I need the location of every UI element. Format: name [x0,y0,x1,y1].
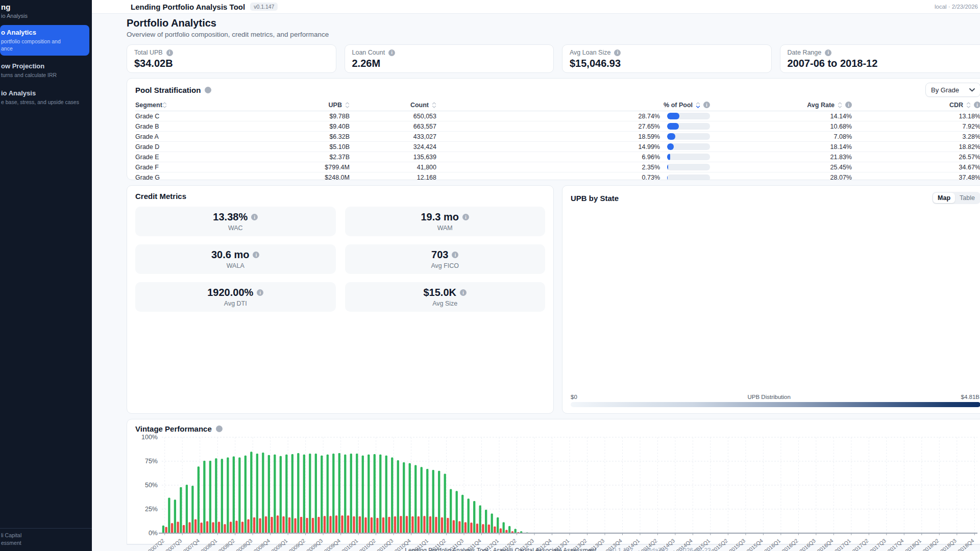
bar-green [262,453,264,533]
info-icon[interactable]: i [166,49,173,56]
count-cell: 433,027 [350,133,436,140]
column-header[interactable]: Avg Ratei [710,102,852,109]
topbar: Lending Portfolio Analysis Tool v0.1.147… [92,0,980,14]
bar-green [168,497,170,533]
bar-red [329,516,331,533]
metric-tile: 13.38%iWAC [135,207,336,236]
bar-red [453,520,455,533]
bar-red [371,517,373,533]
info-icon[interactable]: i [974,102,980,108]
cdr-cell: 37.48% [852,174,980,180]
toggle-table-button[interactable]: Table [955,193,979,203]
bar-red [411,516,413,533]
metric-label: Avg Size [432,300,457,307]
sort-icon[interactable] [345,102,350,109]
bar-green [456,491,458,533]
bar-green [321,456,323,533]
bar-green [338,453,340,533]
column-header[interactable]: UPB [222,102,350,109]
bar-red [200,522,202,533]
sidebar-item-description: portfolio composition andance [1,38,85,52]
kpi-label: Loan Counti [352,49,547,56]
pct-bar-track [667,123,710,130]
bar-green [374,454,376,533]
column-header[interactable]: CDRi [852,102,980,109]
sidebar-item[interactable]: o Analyticsportfolio composition andance [0,25,89,56]
pool-stratification-title: Pool Stratification [135,86,201,94]
bar-red [441,517,443,533]
bar-green [215,458,217,533]
count-cell: 663,557 [350,123,436,130]
sort-icon[interactable] [696,102,700,109]
column-header[interactable]: Segment [135,102,222,109]
info-icon[interactable]: i [614,49,621,56]
bar-green [426,469,428,533]
toggle-map-button[interactable]: Map [933,193,955,203]
y-axis-tick-label: 50% [145,482,158,489]
bar-green [503,522,505,533]
info-icon[interactable]: i [452,252,458,258]
bar-red [165,527,167,533]
bar-green [473,501,475,533]
info-icon[interactable]: i [845,102,852,108]
info-icon[interactable]: i [703,102,710,108]
group-by-select[interactable]: By Grade [925,83,980,97]
info-icon[interactable]: i [462,214,469,220]
kpi-label-text: Loan Count [352,49,385,56]
bar-green [238,457,240,533]
two-column-section: Credit Metrics 13.38%iWAC19.3 moiWAM30.6… [127,185,980,414]
info-icon[interactable]: i [253,252,259,258]
column-header-label: % of Pool [664,102,693,109]
avg-rate-cell: 21.83% [710,154,852,161]
topbar-title: Lending Portfolio Analysis Tool [131,3,245,11]
bar-red [194,519,197,533]
bar-red [282,516,284,533]
bar-green [256,454,258,533]
info-icon[interactable]: i [460,289,467,296]
cdr-cell: 13.18% [852,113,980,120]
avg-rate-cell: 28.07% [710,174,852,180]
info-icon[interactable]: i [388,49,395,56]
column-header[interactable]: % of Pooli [436,102,710,109]
table-row: Grade D$5.10B324,42414.99%18.14%18.82% [135,142,980,152]
info-icon[interactable]: i [251,214,258,220]
table-row: Grade E$2.37B135,6396.96%21.83%26.57% [135,152,980,162]
bar-red [188,522,190,533]
bar-red [482,524,484,533]
bar-red [382,517,384,533]
bar-red [470,522,472,533]
sidebar-item-description: e base, stress, and upside cases [1,98,85,106]
bar-green [485,510,487,533]
bar-green [479,505,481,533]
info-icon[interactable] [205,87,211,93]
count-cell: 650,053 [350,113,436,120]
sidebar-item[interactable]: ow Projectionturns and calculate IRR [0,59,89,82]
column-header[interactable]: Count [350,102,436,109]
bar-green [227,457,229,533]
info-icon[interactable]: i [257,289,263,296]
metric-value-text: 703 [431,249,448,261]
info-icon[interactable] [216,425,223,432]
main-area: Lending Portfolio Analysis Tool v0.1.147… [92,0,980,551]
bar-red [300,517,302,533]
sidebar-item[interactable]: io Analysise base, stress, and upside ca… [0,86,89,109]
count-cell: 41,800 [350,164,436,171]
app-subtitle: io Analysis [1,13,88,19]
table-header-row: SegmentUPBCount% of PooliAvg RateiCDRi [135,99,980,111]
bar-green [508,526,510,533]
avg-rate-cell: 25.45% [710,164,852,171]
bar-green [162,525,164,533]
sort-icon[interactable] [966,102,971,109]
sort-icon[interactable] [162,102,167,109]
footer-date: 2026-02-23 [679,547,710,551]
bar-red [476,523,478,533]
sort-icon[interactable] [838,102,842,109]
sort-icon[interactable] [432,102,436,109]
table-row: Grade A$6.32B433,02718.59%7.08%3.28% [135,132,980,142]
footer-commit: d4da742 [645,547,669,551]
pct-bar-track [667,164,710,170]
info-icon[interactable]: i [825,49,831,56]
app-name: ng [1,3,88,11]
bar-green [327,455,329,533]
pct-value: 18.59% [639,133,660,140]
